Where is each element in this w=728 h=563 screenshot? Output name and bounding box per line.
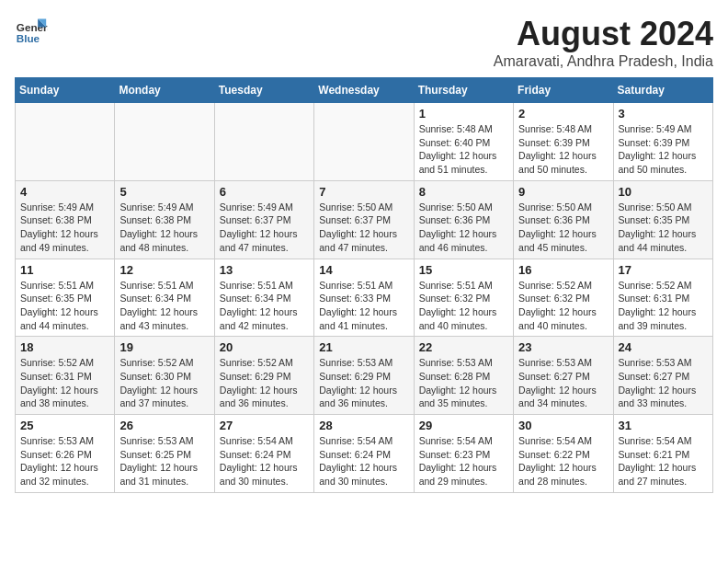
- header: General Blue August 2024 Amaravati, Andh…: [15, 15, 713, 70]
- calendar-week-2: 4Sunrise: 5:49 AM Sunset: 6:38 PM Daylig…: [16, 180, 713, 259]
- day-info: Sunrise: 5:52 AM Sunset: 6:31 PM Dayligh…: [619, 279, 708, 333]
- day-number: 17: [619, 263, 708, 277]
- calendar-cell: 8Sunrise: 5:50 AM Sunset: 6:36 PM Daylig…: [414, 180, 513, 259]
- day-number: 1: [419, 107, 508, 121]
- calendar-cell: 2Sunrise: 5:48 AM Sunset: 6:39 PM Daylig…: [514, 103, 613, 181]
- calendar-cell: 24Sunrise: 5:53 AM Sunset: 6:27 PM Dayli…: [613, 337, 712, 415]
- calendar-week-1: 1Sunrise: 5:48 AM Sunset: 6:40 PM Daylig…: [16, 103, 713, 181]
- day-number: 11: [20, 263, 109, 277]
- day-info: Sunrise: 5:48 AM Sunset: 6:39 PM Dayligh…: [518, 122, 608, 177]
- day-info: Sunrise: 5:53 AM Sunset: 6:27 PM Dayligh…: [619, 356, 708, 410]
- day-number: 23: [518, 340, 608, 354]
- day-info: Sunrise: 5:52 AM Sunset: 6:31 PM Dayligh…: [20, 356, 109, 410]
- day-info: Sunrise: 5:54 AM Sunset: 6:23 PM Dayligh…: [419, 434, 508, 488]
- day-info: Sunrise: 5:49 AM Sunset: 6:37 PM Dayligh…: [220, 201, 309, 255]
- calendar-cell: 9Sunrise: 5:50 AM Sunset: 6:36 PM Daylig…: [514, 180, 613, 259]
- calendar-cell: 23Sunrise: 5:53 AM Sunset: 6:27 PM Dayli…: [514, 337, 613, 415]
- day-number: 12: [119, 263, 209, 277]
- day-number: 3: [619, 107, 708, 121]
- day-info: Sunrise: 5:52 AM Sunset: 6:29 PM Dayligh…: [220, 356, 309, 410]
- calendar-table: SundayMondayTuesdayWednesdayThursdayFrid…: [15, 77, 713, 493]
- calendar-cell: 10Sunrise: 5:50 AM Sunset: 6:35 PM Dayli…: [613, 180, 712, 259]
- day-info: Sunrise: 5:53 AM Sunset: 6:28 PM Dayligh…: [419, 356, 508, 410]
- day-number: 4: [20, 185, 109, 199]
- day-info: Sunrise: 5:54 AM Sunset: 6:22 PM Dayligh…: [518, 434, 608, 488]
- calendar-cell: 7Sunrise: 5:50 AM Sunset: 6:37 PM Daylig…: [314, 180, 414, 259]
- svg-text:Blue: Blue: [17, 32, 40, 44]
- calendar-cell: [314, 103, 414, 181]
- calendar-cell: 19Sunrise: 5:52 AM Sunset: 6:30 PM Dayli…: [115, 337, 214, 415]
- calendar-cell: 6Sunrise: 5:49 AM Sunset: 6:37 PM Daylig…: [214, 180, 313, 259]
- day-info: Sunrise: 5:49 AM Sunset: 6:39 PM Dayligh…: [619, 122, 708, 177]
- day-number: 2: [518, 107, 608, 121]
- day-info: Sunrise: 5:51 AM Sunset: 6:34 PM Dayligh…: [119, 279, 209, 333]
- calendar-cell: 31Sunrise: 5:54 AM Sunset: 6:21 PM Dayli…: [613, 415, 712, 493]
- weekday-header-wednesday: Wednesday: [314, 78, 414, 103]
- calendar-cell: 29Sunrise: 5:54 AM Sunset: 6:23 PM Dayli…: [414, 415, 513, 493]
- calendar-cell: 21Sunrise: 5:53 AM Sunset: 6:29 PM Dayli…: [314, 337, 414, 415]
- calendar-cell: 12Sunrise: 5:51 AM Sunset: 6:34 PM Dayli…: [115, 259, 214, 337]
- day-number: 5: [119, 185, 209, 199]
- day-info: Sunrise: 5:50 AM Sunset: 6:35 PM Dayligh…: [619, 201, 708, 255]
- calendar-cell: 25Sunrise: 5:53 AM Sunset: 6:26 PM Dayli…: [16, 415, 115, 493]
- weekday-header-monday: Monday: [115, 78, 214, 103]
- day-info: Sunrise: 5:54 AM Sunset: 6:21 PM Dayligh…: [619, 434, 708, 488]
- calendar-cell: 22Sunrise: 5:53 AM Sunset: 6:28 PM Dayli…: [414, 337, 513, 415]
- day-info: Sunrise: 5:51 AM Sunset: 6:33 PM Dayligh…: [319, 279, 408, 333]
- calendar-cell: 30Sunrise: 5:54 AM Sunset: 6:22 PM Dayli…: [514, 415, 613, 493]
- calendar-cell: 15Sunrise: 5:51 AM Sunset: 6:32 PM Dayli…: [414, 259, 513, 337]
- calendar-cell: 14Sunrise: 5:51 AM Sunset: 6:33 PM Dayli…: [314, 259, 414, 337]
- day-info: Sunrise: 5:52 AM Sunset: 6:32 PM Dayligh…: [518, 279, 608, 333]
- weekday-header-row: SundayMondayTuesdayWednesdayThursdayFrid…: [16, 78, 713, 103]
- weekday-header-saturday: Saturday: [613, 78, 712, 103]
- calendar-cell: 3Sunrise: 5:49 AM Sunset: 6:39 PM Daylig…: [613, 103, 712, 181]
- day-number: 21: [319, 340, 408, 354]
- day-number: 16: [518, 263, 608, 277]
- day-number: 8: [419, 185, 508, 199]
- calendar-cell: 20Sunrise: 5:52 AM Sunset: 6:29 PM Dayli…: [214, 337, 313, 415]
- day-info: Sunrise: 5:51 AM Sunset: 6:35 PM Dayligh…: [20, 279, 109, 333]
- calendar-week-3: 11Sunrise: 5:51 AM Sunset: 6:35 PM Dayli…: [16, 259, 713, 337]
- logo-icon: General Blue: [15, 15, 48, 48]
- calendar-cell: 4Sunrise: 5:49 AM Sunset: 6:38 PM Daylig…: [16, 180, 115, 259]
- day-number: 22: [419, 340, 508, 354]
- day-number: 15: [419, 263, 508, 277]
- weekday-header-thursday: Thursday: [414, 78, 513, 103]
- day-number: 13: [220, 263, 309, 277]
- day-number: 6: [220, 185, 309, 199]
- day-info: Sunrise: 5:53 AM Sunset: 6:29 PM Dayligh…: [319, 356, 408, 410]
- logo: General Blue: [15, 15, 48, 48]
- day-number: 19: [119, 340, 209, 354]
- calendar-cell: [16, 103, 115, 181]
- weekday-header-tuesday: Tuesday: [214, 78, 313, 103]
- day-number: 28: [319, 419, 408, 432]
- title-block: August 2024 Amaravati, Andhra Pradesh, I…: [494, 15, 713, 70]
- calendar-week-4: 18Sunrise: 5:52 AM Sunset: 6:31 PM Dayli…: [16, 337, 713, 415]
- day-info: Sunrise: 5:51 AM Sunset: 6:32 PM Dayligh…: [419, 279, 508, 333]
- day-info: Sunrise: 5:50 AM Sunset: 6:36 PM Dayligh…: [419, 201, 508, 255]
- day-info: Sunrise: 5:50 AM Sunset: 6:37 PM Dayligh…: [319, 201, 408, 255]
- day-info: Sunrise: 5:48 AM Sunset: 6:40 PM Dayligh…: [419, 122, 508, 177]
- day-info: Sunrise: 5:54 AM Sunset: 6:24 PM Dayligh…: [220, 434, 309, 488]
- calendar-week-5: 25Sunrise: 5:53 AM Sunset: 6:26 PM Dayli…: [16, 415, 713, 493]
- day-number: 26: [119, 419, 209, 432]
- day-info: Sunrise: 5:54 AM Sunset: 6:24 PM Dayligh…: [319, 434, 408, 488]
- calendar-cell: 17Sunrise: 5:52 AM Sunset: 6:31 PM Dayli…: [613, 259, 712, 337]
- day-info: Sunrise: 5:52 AM Sunset: 6:30 PM Dayligh…: [119, 356, 209, 410]
- day-number: 27: [220, 419, 309, 432]
- day-number: 14: [319, 263, 408, 277]
- day-number: 29: [419, 419, 508, 432]
- weekday-header-friday: Friday: [514, 78, 613, 103]
- day-number: 9: [518, 185, 608, 199]
- day-info: Sunrise: 5:53 AM Sunset: 6:27 PM Dayligh…: [518, 356, 608, 410]
- calendar-cell: 28Sunrise: 5:54 AM Sunset: 6:24 PM Dayli…: [314, 415, 414, 493]
- day-number: 18: [20, 340, 109, 354]
- day-number: 7: [319, 185, 408, 199]
- calendar-cell: 5Sunrise: 5:49 AM Sunset: 6:38 PM Daylig…: [115, 180, 214, 259]
- calendar-cell: 27Sunrise: 5:54 AM Sunset: 6:24 PM Dayli…: [214, 415, 313, 493]
- day-number: 30: [518, 419, 608, 432]
- day-info: Sunrise: 5:53 AM Sunset: 6:25 PM Dayligh…: [119, 434, 209, 488]
- calendar-cell: 16Sunrise: 5:52 AM Sunset: 6:32 PM Dayli…: [514, 259, 613, 337]
- day-number: 10: [619, 185, 708, 199]
- day-number: 20: [220, 340, 309, 354]
